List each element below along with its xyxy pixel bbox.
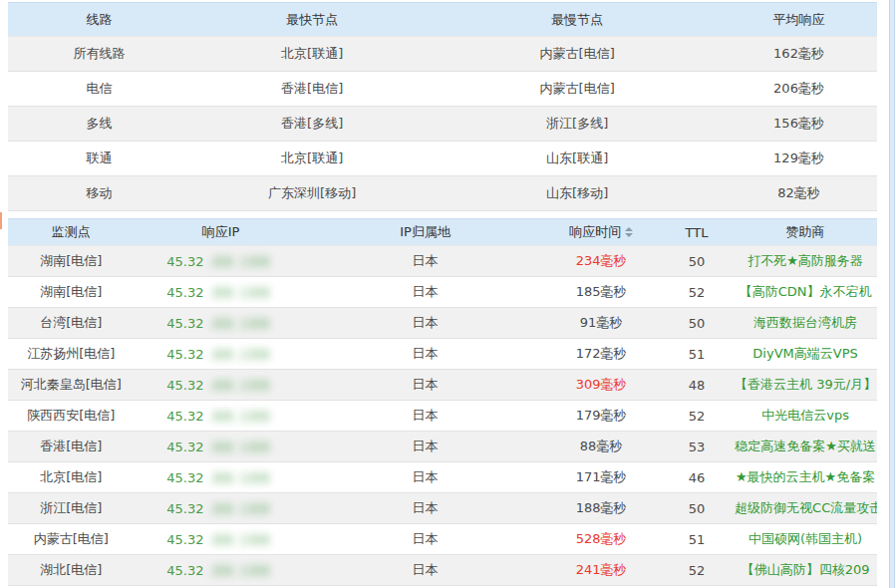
detail-table: 监测点 响应IP IP归属地 响应时间 TTL 赞助商 湖南[电信] 45.32… — [8, 218, 877, 586]
detail-header-response-time[interactable]: 响应时间 — [542, 219, 660, 246]
monitor-point-cell: 河北秦皇岛[电信] — [8, 370, 134, 401]
ip-blurred-part: .88.188 — [203, 526, 275, 553]
ip-blurred-part: .88.188 — [203, 464, 275, 491]
ip-location-cell: 日本 — [308, 308, 542, 339]
ip-visible-part: 45.32 — [166, 532, 203, 547]
monitor-row: 内蒙古[电信] 45.32.88.188 日本 528毫秒 51 中国硕网(韩国… — [8, 524, 877, 555]
response-time-header-label: 响应时间 — [569, 224, 621, 239]
avg-response-cell: 162毫秒 — [721, 37, 877, 72]
response-ip-cell: 45.32.88.188 — [134, 308, 307, 339]
sponsor-link[interactable]: 稳定高速免备案★买就送 — [735, 439, 876, 453]
response-ip-cell: 45.32.88.188 — [134, 493, 307, 524]
ip-location-cell: 日本 — [308, 432, 542, 462]
line-cell: 电信 — [8, 72, 190, 107]
fastest-node-cell: 北京[联通] — [190, 142, 434, 176]
sponsor-link[interactable]: 【高防CDN】永不宕机 — [740, 284, 872, 299]
ip-blurred-part: .88.188 — [203, 495, 275, 522]
sponsor-link[interactable]: DiyVM高端云VPS — [752, 346, 857, 361]
monitor-point-cell: 北京[电信] — [8, 462, 134, 493]
response-ip-cell: 45.32.88.188 — [134, 524, 307, 555]
ip-blurred-part: .88.188 — [203, 372, 275, 399]
summary-header-slowest-node: 最慢节点 — [434, 3, 721, 37]
fastest-node-cell: 香港[电信] — [190, 72, 434, 107]
summary-row: 多线 香港[多线] 浙江[多线] 156毫秒 — [8, 107, 877, 142]
ttl-cell: 46 — [660, 462, 734, 493]
sort-updown-icon[interactable] — [625, 227, 633, 237]
sponsor-link[interactable]: 超级防御无视CC流量攻击 — [735, 500, 877, 515]
sponsor-cell: ★最快的云主机★免备案 — [734, 462, 877, 493]
sponsor-cell: 打不死★高防服务器 — [734, 246, 877, 277]
response-ip-cell: 45.32.88.188 — [134, 339, 307, 370]
ip-visible-part: 45.32 — [166, 440, 203, 454]
summary-header-row: 线路 最快节点 最慢节点 平均响应 — [8, 3, 877, 37]
ip-blurred-part: .88.188 — [203, 434, 275, 460]
summary-row: 移动 广东深圳[移动] 山东[移动] 82毫秒 — [8, 176, 877, 211]
monitor-row: 陕西西安[电信] 45.32.88.188 日本 179毫秒 52 中光电信云v… — [8, 401, 877, 432]
response-time-cell: 172毫秒 — [542, 339, 660, 370]
avg-response-cell: 156毫秒 — [721, 107, 877, 142]
monitor-point-cell: 台湾[电信] — [8, 308, 134, 339]
slowest-node-cell: 山东[移动] — [434, 176, 721, 211]
ip-location-cell: 日本 — [308, 370, 542, 401]
summary-header-fastest-node: 最快节点 — [190, 3, 434, 37]
ip-visible-part: 45.32 — [166, 254, 203, 269]
monitor-row: 湖南[电信] 45.32.88.188 日本 185毫秒 52 【高防CDN】永… — [8, 277, 877, 308]
monitor-row: 河北秦皇岛[电信] 45.32.88.188 日本 309毫秒 48 【香港云主… — [8, 370, 877, 401]
monitor-row: 北京[电信] 45.32.88.188 日本 171毫秒 46 ★最快的云主机★… — [8, 462, 877, 493]
ip-location-cell: 日本 — [308, 524, 542, 555]
summary-header-avg-response: 平均响应 — [721, 3, 877, 37]
ip-blurred-part: .88.188 — [203, 279, 275, 306]
response-ip-cell: 45.32.88.188 — [134, 555, 307, 586]
ttl-cell: 50 — [660, 246, 734, 277]
page-scrollbar-track[interactable] — [889, 0, 895, 588]
monitor-point-cell: 湖北[电信] — [8, 555, 134, 586]
monitor-row: 浙江[电信] 45.32.88.188 日本 188毫秒 50 超级防御无视CC… — [8, 493, 877, 524]
response-time-cell: 309毫秒 — [542, 370, 660, 401]
monitor-point-cell: 江苏扬州[电信] — [8, 339, 134, 370]
ttl-cell: 52 — [660, 277, 734, 308]
ip-blurred-part: .88.188 — [203, 557, 275, 584]
sponsor-link[interactable]: 中国硕网(韩国主机) — [748, 531, 862, 546]
detail-header-sponsor: 赞助商 — [734, 219, 877, 246]
detail-header-monitor-point: 监测点 — [8, 219, 134, 246]
ip-location-cell: 日本 — [308, 246, 542, 277]
monitor-point-cell: 湖南[电信] — [8, 277, 134, 308]
line-cell: 多线 — [8, 107, 190, 142]
ip-visible-part: 45.32 — [166, 409, 203, 424]
sponsor-link[interactable]: ★最快的云主机★免备案 — [736, 469, 875, 484]
sponsor-link[interactable]: 【佛山高防】四核209 — [742, 562, 870, 577]
slowest-node-cell: 浙江[多线] — [434, 107, 721, 142]
summary-header-line: 线路 — [8, 3, 190, 37]
ttl-cell: 48 — [660, 370, 734, 401]
monitor-point-cell: 浙江[电信] — [8, 493, 134, 524]
monitor-point-cell: 香港[电信] — [8, 432, 134, 462]
response-ip-cell: 45.32.88.188 — [134, 432, 307, 462]
line-cell: 移动 — [8, 176, 190, 211]
fastest-node-cell: 北京[联通] — [190, 37, 434, 72]
sponsor-cell: 【香港云主机 39元/月】 — [734, 370, 877, 401]
ip-location-cell: 日本 — [308, 555, 542, 586]
monitor-row: 台湾[电信] 45.32.88.188 日本 91毫秒 50 海西数据台湾机房 — [8, 308, 877, 339]
monitor-row: 湖北[电信] 45.32.88.188 日本 241毫秒 52 【佛山高防】四核… — [8, 555, 877, 586]
monitor-point-cell: 内蒙古[电信] — [8, 524, 134, 555]
response-time-cell: 88毫秒 — [542, 432, 660, 462]
ip-blurred-part: .88.188 — [203, 310, 275, 337]
response-ip-cell: 45.32.88.188 — [134, 370, 307, 401]
sponsor-link[interactable]: 海西数据台湾机房 — [753, 315, 857, 330]
sponsor-cell: 中光电信云vps — [734, 401, 877, 432]
ip-visible-part: 45.32 — [166, 563, 203, 578]
avg-response-cell: 206毫秒 — [721, 72, 877, 107]
ttl-cell: 53 — [660, 432, 734, 462]
monitor-row: 江苏扬州[电信] 45.32.88.188 日本 172毫秒 51 DiyVM高… — [8, 339, 877, 370]
sponsor-link[interactable]: 中光电信云vps — [761, 408, 849, 423]
summary-row: 联通 北京[联通] 山东[联通] 129毫秒 — [8, 142, 877, 176]
response-time-cell: 188毫秒 — [542, 493, 660, 524]
ip-visible-part: 45.32 — [166, 378, 203, 393]
sponsor-link[interactable]: 打不死★高防服务器 — [747, 253, 863, 268]
detail-header-ttl: TTL — [660, 219, 734, 246]
detail-header-ip-location: IP归属地 — [308, 219, 542, 246]
sponsor-link[interactable]: 【香港云主机 39元/月】 — [735, 377, 876, 392]
summary-row: 电信 香港[电信] 内蒙古[电信] 206毫秒 — [8, 72, 877, 107]
sponsor-cell: 【佛山高防】四核209 — [734, 555, 877, 586]
ttl-cell: 52 — [660, 401, 734, 432]
